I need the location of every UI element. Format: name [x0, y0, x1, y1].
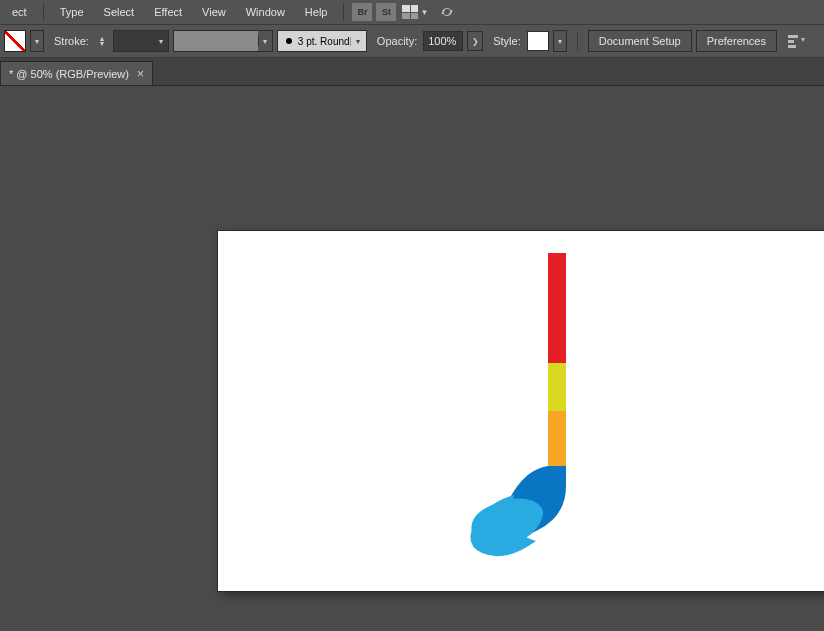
opacity-dropdown[interactable]: ❯: [467, 31, 483, 51]
document-tab[interactable]: * @ 50% (RGB/Preview) ×: [0, 61, 153, 85]
stroke-label: Stroke:: [54, 35, 89, 47]
hockey-stick-artwork: [218, 231, 824, 591]
style-label: Style:: [493, 35, 521, 47]
svg-rect-4: [548, 363, 566, 411]
stroke-weight-combo[interactable]: ▾: [113, 30, 169, 52]
fill-dropdown[interactable]: ▾: [30, 30, 44, 52]
brush-definition-combo[interactable]: 3 pt. Round ▾: [277, 30, 367, 52]
svg-rect-0: [788, 35, 798, 38]
stock-icon[interactable]: St: [376, 3, 396, 21]
preferences-button[interactable]: Preferences: [696, 30, 777, 52]
align-flyout-icon[interactable]: [787, 33, 807, 49]
variable-width-profile[interactable]: ▾: [173, 30, 273, 52]
stroke-weight-stepper[interactable]: ▲▼: [95, 30, 109, 52]
bridge-icon[interactable]: Br: [352, 3, 372, 21]
arrange-documents-icon[interactable]: ▼: [402, 5, 428, 19]
workspace[interactable]: [0, 86, 824, 631]
chevron-down-icon: ▾: [154, 37, 168, 46]
menu-item-window[interactable]: Window: [236, 2, 295, 22]
chevron-down-icon: ▾: [350, 37, 366, 46]
menu-separator: [343, 3, 344, 21]
close-tab-icon[interactable]: ×: [137, 67, 144, 81]
artboard[interactable]: [218, 231, 824, 591]
chevron-down-icon: ▼: [420, 8, 428, 17]
document-tab-bar: * @ 50% (RGB/Preview) ×: [0, 58, 824, 86]
menu-separator: [43, 3, 44, 21]
document-tab-title: * @ 50% (RGB/Preview): [9, 68, 129, 80]
menu-item-select[interactable]: Select: [94, 2, 145, 22]
fill-swatch-none[interactable]: [4, 30, 26, 52]
menu-item-ect[interactable]: ect: [2, 2, 37, 22]
opacity-label: Opacity:: [377, 35, 417, 47]
options-separator: [577, 32, 578, 50]
chevron-down-icon: ▾: [258, 37, 272, 46]
menu-item-type[interactable]: Type: [50, 2, 94, 22]
graphic-style-swatch[interactable]: [527, 31, 549, 51]
opacity-field[interactable]: 100%: [423, 31, 463, 51]
menu-item-effect[interactable]: Effect: [144, 2, 192, 22]
style-dropdown[interactable]: ▾: [553, 30, 567, 52]
svg-rect-3: [548, 253, 566, 363]
svg-rect-1: [788, 40, 794, 43]
svg-rect-2: [788, 45, 796, 48]
brush-dot-icon: [286, 38, 292, 44]
svg-rect-5: [548, 411, 566, 466]
sync-settings-icon[interactable]: [438, 5, 456, 19]
options-bar: ▾ Stroke: ▲▼ ▾ ▾ 3 pt. Round ▾ Opacity: …: [0, 24, 824, 58]
menu-item-help[interactable]: Help: [295, 2, 338, 22]
menu-bar: ect Type Select Effect View Window Help …: [0, 0, 824, 24]
menu-item-view[interactable]: View: [192, 2, 236, 22]
brush-label: 3 pt. Round: [298, 36, 350, 47]
document-setup-button[interactable]: Document Setup: [588, 30, 692, 52]
